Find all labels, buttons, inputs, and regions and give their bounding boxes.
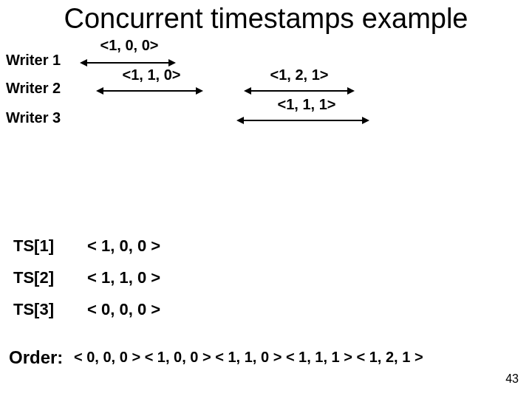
writer-1-label: Writer 1 (6, 52, 61, 69)
svg-marker-5 (196, 87, 203, 95)
svg-marker-2 (168, 59, 176, 66)
svg-marker-7 (244, 87, 251, 95)
page-number: 43 (505, 372, 519, 386)
svg-marker-8 (347, 87, 355, 95)
writer-2-arrow-2 (244, 86, 355, 96)
order-sequence: < 0, 0, 0 > < 1, 0, 0 > < 1, 1, 0 > < 1,… (74, 349, 423, 366)
ts-row-2-value: < 1, 1, 0 > (87, 268, 160, 287)
writer-3-ts-1: <1, 1, 1> (266, 96, 347, 113)
writer-3-arrow-1 (236, 115, 369, 126)
writer-2-ts-1: <1, 1, 0> (111, 66, 192, 83)
svg-marker-11 (362, 117, 369, 124)
writer-3-label: Writer 3 (6, 109, 61, 126)
ts-row-2-label: TS[2] (13, 268, 54, 287)
ts-row-1-label: TS[1] (13, 236, 54, 256)
svg-marker-4 (96, 87, 103, 95)
writer-2-label: Writer 2 (6, 80, 61, 97)
ts-row-3-label: TS[3] (13, 300, 54, 319)
writer-2-arrow-1 (96, 86, 203, 96)
ts-row-1-value: < 1, 0, 0 > (87, 236, 160, 256)
svg-marker-1 (80, 59, 87, 66)
svg-marker-10 (236, 117, 244, 124)
order-label: Order: (9, 347, 63, 368)
page-title: Concurrent timestamps example (0, 3, 532, 35)
writer-2-ts-2: <1, 2, 1> (259, 66, 340, 83)
ts-row-3-value: < 0, 0, 0 > (87, 300, 160, 319)
writer-1-ts-1: <1, 0, 0> (89, 37, 170, 54)
